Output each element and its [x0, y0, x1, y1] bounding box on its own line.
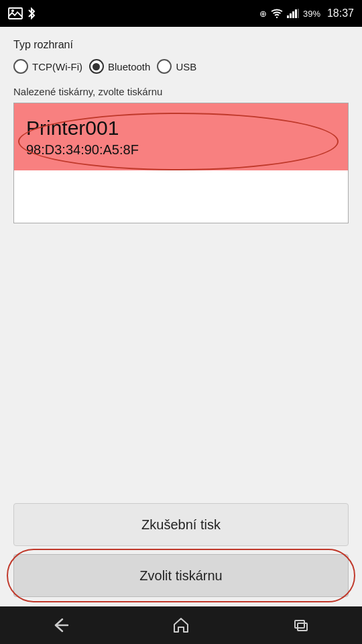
select-printer-button[interactable]: Zvolit tiskárnu [13, 554, 349, 597]
status-bar: ⊕ 39% 18:37 [0, 0, 362, 27]
svg-rect-5 [292, 11, 294, 18]
radio-usb-circle[interactable] [157, 59, 172, 74]
radio-tcp[interactable]: TCP(Wi-Fi) [13, 59, 82, 74]
test-print-button[interactable]: Zkušební tisk [13, 503, 349, 546]
image-icon [8, 7, 23, 19]
signal-icon [287, 9, 299, 18]
radio-tcp-label: TCP(Wi-Fi) [32, 61, 82, 72]
printer-name: Printer001 [26, 117, 336, 140]
select-printer-button-wrapper: Zvolit tiskárnu [13, 554, 349, 597]
time-display: 18:37 [327, 7, 354, 19]
radio-bluetooth-circle[interactable] [89, 59, 104, 74]
radio-tcp-circle[interactable] [13, 59, 28, 74]
radio-bluetooth-label: Bluetooth [108, 61, 150, 72]
svg-rect-8 [295, 621, 304, 628]
interface-type-label: Typ rozhraní [13, 39, 349, 51]
svg-rect-9 [298, 623, 307, 631]
svg-rect-3 [287, 15, 289, 18]
nav-back-button[interactable] [0, 606, 121, 644]
back-icon [52, 618, 69, 633]
radio-usb-label: USB [176, 61, 196, 72]
interface-type-section: Typ rozhraní TCP(Wi-Fi) Bluetooth USB [13, 39, 349, 74]
found-printers-section: Nalezené tiskárny, zvolte tiskárnu Print… [13, 86, 349, 223]
radio-options-row: TCP(Wi-Fi) Bluetooth USB [13, 59, 349, 74]
status-bar-right: ⊕ 39% 18:37 [259, 7, 354, 19]
radio-usb[interactable]: USB [157, 59, 196, 74]
svg-rect-4 [290, 13, 292, 18]
wifi-icon [271, 9, 283, 18]
nfc-icon: ⊕ [259, 9, 267, 19]
printer-mac: 98:D3:34:90:A5:8F [26, 142, 336, 158]
battery-percentage: 39% [303, 9, 320, 19]
svg-point-2 [276, 17, 278, 18]
home-icon [172, 616, 190, 634]
svg-rect-6 [295, 9, 297, 18]
svg-rect-7 [298, 9, 299, 18]
recents-icon [294, 617, 310, 633]
radio-bluetooth[interactable]: Bluetooth [89, 59, 150, 74]
nav-recents-button[interactable] [241, 606, 362, 644]
printer-item-0[interactable]: Printer001 98:D3:34:90:A5:8F [14, 103, 348, 170]
found-printers-label: Nalezené tiskárny, zvolte tiskárnu [13, 86, 349, 97]
svg-point-1 [11, 9, 14, 12]
status-bar-left [8, 7, 36, 20]
buttons-area: Zkušební tisk Zvolit tiskárnu [0, 503, 362, 597]
nav-home-button[interactable] [121, 606, 241, 644]
printer-list-box[interactable]: Printer001 98:D3:34:90:A5:8F [13, 103, 349, 223]
nav-bar [0, 606, 362, 644]
bluetooth-status-icon [27, 7, 36, 20]
